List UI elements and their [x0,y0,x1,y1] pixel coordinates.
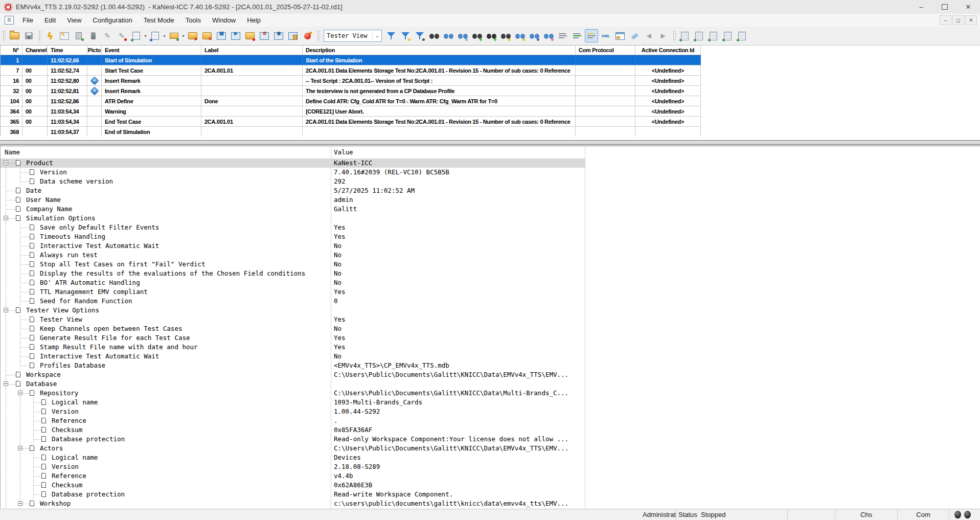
camera-window-button[interactable]: ◉ [272,29,285,42]
list-green-button[interactable] [571,29,584,42]
tester-view-list-button[interactable] [585,29,598,42]
tree-row[interactable]: TTL Management EMV compliantYes [1,287,980,297]
connect-button[interactable]: ϟ [43,29,57,42]
event-row[interactable]: 3650011:03:54,34End Test Case2CA.001.012… [1,117,700,127]
tree-row[interactable]: Version1.00.44-S292 [1,407,980,416]
binoculars-button-4[interactable] [470,29,484,42]
tree-row[interactable]: Interactive Test Automatic WaitNo [1,241,980,251]
collapse-box-icon[interactable] [4,216,8,220]
tree-row[interactable]: Tester ViewYes [1,315,980,324]
pause-button[interactable]: ▮▮ [215,29,228,42]
power-card-button[interactable] [72,29,85,42]
import-button[interactable] [148,29,162,42]
tree-row[interactable]: Version2.18.08-S289 [1,462,980,471]
binoculars-button-3[interactable] [456,29,469,42]
report-button-4[interactable] [721,29,734,42]
stop-capture-button[interactable]: ⊘ [258,29,271,42]
erase-button[interactable] [628,29,641,42]
tree-row[interactable]: Interactive Test Automatic WaitNo [1,352,980,361]
tree-row[interactable]: Seed for Random Function0 [1,297,980,306]
tree-row[interactable]: Keep Channels open between Test CasesNo [1,324,980,333]
tree-row[interactable]: Database protectionRead-only Workspace C… [1,435,980,444]
binoculars-button-2[interactable] [442,29,455,42]
tree-row[interactable]: RepositoryC:\Users\Public\Documents\Gali… [1,389,980,398]
report-button-3[interactable] [706,29,720,42]
tree-row[interactable]: Database protectionRead-write Workspace … [1,490,980,499]
tree-row[interactable]: Profiles Database<EMVv4x_TTS>\CP_EMVv4x_… [1,361,980,370]
image-button[interactable] [613,29,627,42]
binoculars-button-8[interactable] [528,29,541,42]
tree-row[interactable]: Checksum0x85FA36AF [1,425,980,435]
record-card-button[interactable] [243,29,257,42]
maximize-button[interactable] [933,0,956,14]
column-header-active-connection-id[interactable]: Active Connection Id [635,46,701,55]
dropdown-caret-icon[interactable]: ▾ [143,34,148,38]
child-restore-button[interactable]: ◻ [952,15,964,25]
tree-row[interactable]: WorkspaceC:\Users\Public\Documents\Galit… [1,370,980,379]
tree-row[interactable]: Company NameGalitt [1,205,980,214]
card-button[interactable] [86,29,100,42]
tree-row[interactable]: BO' ATR Automatic HandlingNo [1,278,980,287]
collapse-box-icon[interactable] [18,391,22,395]
event-row[interactable]: 1040011:02:52,86ATR DefineDoneDefine Col… [1,96,700,106]
connect-window-button[interactable]: ϟ [58,29,71,42]
event-row[interactable]: 36811:03:54,37End of Simulation [1,127,700,137]
tree-row[interactable]: Data scheme version292 [1,177,980,186]
view-select[interactable]: Tester View⌄ [324,30,382,42]
tree-row[interactable]: Save only Default Filter EventsYes [1,223,980,232]
next-page-button[interactable]: ▶ [656,29,670,42]
toolbar-grip[interactable] [3,30,6,41]
filter-custom-button[interactable] [413,29,426,42]
toolbar-grip[interactable] [38,30,41,41]
menu-window[interactable]: Window [207,15,241,26]
menu-edit[interactable]: Edit [39,15,61,26]
tree-row[interactable]: Logical nameDevices [1,453,980,462]
tree-row[interactable]: User Nameadmin [1,195,980,205]
tree-row[interactable]: Display the results of the evaluations o… [1,269,980,278]
column-header-label[interactable]: Label [201,46,303,55]
list-button[interactable] [556,29,569,42]
tree-row[interactable]: Simulation Options [1,214,980,223]
child-minimize-button[interactable]: – [940,15,951,25]
menu-tools[interactable]: Tools [180,15,207,26]
tree-row[interactable]: Stamp Result File name with date and hou… [1,343,980,352]
event-row[interactable]: 160011:02:52,80Insert Remark-- Test Scri… [1,76,700,86]
menu-help[interactable]: Help [241,15,266,26]
close-button[interactable]: ✕ [956,0,980,14]
binoculars-button-9[interactable] [542,29,555,42]
probe-active-button[interactable]: ✎ [115,29,128,42]
dropdown-caret-icon[interactable]: ▾ [162,34,167,38]
xml-button[interactable]: XML [599,29,612,42]
menu-file[interactable]: File [17,15,39,26]
binoculars-button-1[interactable] [427,29,441,42]
binoculars-button-6[interactable] [499,29,512,42]
probe-button[interactable]: ✎ [101,29,114,42]
run-card-button[interactable]: ➤ [186,29,199,42]
event-row[interactable]: 111:02:52,66Start of SimulationStart of … [1,55,700,65]
filter-button[interactable] [384,29,398,42]
tree-row[interactable]: Checksum0x62A86E3B [1,481,980,490]
tree-row[interactable]: Logical name1093-Multi-Brands_Cards [1,398,980,407]
open-file-button[interactable] [8,29,21,42]
tree-row[interactable]: Version7.40.16#2039 (REL-VC10) BC5B5B [1,168,980,177]
open-script-button[interactable] [167,29,180,42]
tree-row[interactable]: Workshopc:\users\public\documents\galitt… [1,499,980,508]
column-header-event[interactable]: Event [102,46,201,55]
tree-row[interactable]: Generate Result File for each Test CaseY… [1,333,980,343]
column-header-picto[interactable]: Picto [87,46,102,55]
child-close-button[interactable]: ✕ [965,15,977,25]
menu-test-mode[interactable]: Test Mode [138,15,180,26]
filter-default-button[interactable] [399,29,412,42]
toolbar-grip[interactable] [673,30,676,41]
column-header-time[interactable]: Time [48,46,87,55]
event-row[interactable]: 320011:02:52,81Insert RemarkThe testervi… [1,86,700,96]
collapse-box-icon[interactable] [4,308,8,312]
event-row[interactable]: 3640011:03:54,34Warning[CORE121] User Ab… [1,106,700,117]
report-button-5[interactable] [735,29,748,42]
tree-row[interactable]: Date5/27/2025 11:02:52 AM [1,186,980,195]
tree-row[interactable]: ProductKaNest-ICC [1,159,980,168]
minimize-button[interactable]: – [909,0,933,14]
tree-row[interactable]: Referencev4.4b [1,471,980,481]
record-button[interactable] [301,29,314,42]
chevron-down-icon[interactable]: ⌄ [372,30,381,41]
